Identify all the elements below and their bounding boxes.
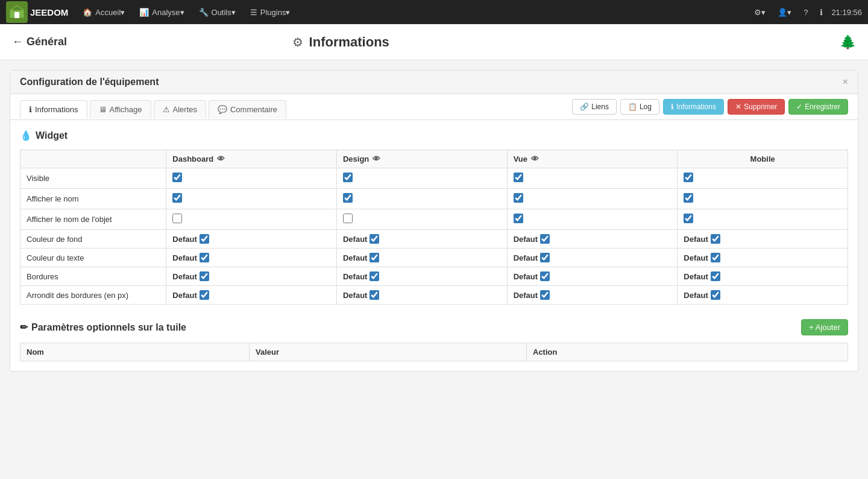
design-checkbox[interactable] xyxy=(343,214,353,223)
defaut-text: Defaut xyxy=(172,272,197,281)
defaut-checkbox[interactable] xyxy=(370,271,379,281)
logo-icon xyxy=(6,1,28,23)
equipment-card: Configuration de l'équipement × ℹ Inform… xyxy=(10,70,858,372)
row-vue-cell: Defaut xyxy=(507,267,678,286)
defaut-text: Defaut xyxy=(684,235,708,244)
defaut-text: Defaut xyxy=(514,253,538,262)
defaut-checkbox[interactable] xyxy=(711,271,720,281)
row-design-cell: Defaut xyxy=(336,249,507,267)
settings-icon[interactable]: ⚙▾ xyxy=(750,5,769,19)
gear-settings-icon[interactable]: ⚙ xyxy=(292,35,303,49)
brand-logo[interactable]: JEEDOM xyxy=(6,1,68,23)
mobile-checkbox[interactable] xyxy=(684,173,693,182)
defaut-checkbox[interactable] xyxy=(540,253,550,262)
row-mobile-cell xyxy=(678,168,848,189)
nav-analyse[interactable]: 📊 Analyse ▾ xyxy=(133,0,190,24)
comment-tab-icon: 💬 xyxy=(218,105,227,114)
tools-icon: 🔧 xyxy=(199,8,209,17)
defaut-text: Defaut xyxy=(172,253,197,262)
nav-outils[interactable]: 🔧 Outils ▾ xyxy=(193,0,242,24)
card-title: Configuration de l'équipement xyxy=(20,77,159,87)
col-label-header xyxy=(20,150,166,168)
defaut-checkbox[interactable] xyxy=(370,234,379,244)
table-row: Arrondit des bordures (en px) Defaut Def… xyxy=(20,286,848,305)
dashboard-checkbox[interactable] xyxy=(172,173,182,182)
page-header-center: ⚙ Informations xyxy=(292,34,389,50)
plugins-icon: ☰ xyxy=(250,8,257,17)
nav-accueil[interactable]: 🏠 Accueil ▾ xyxy=(77,0,131,24)
row-mobile-cell: Defaut xyxy=(678,267,848,286)
defaut-checkbox[interactable] xyxy=(711,234,720,244)
defaut-checkbox[interactable] xyxy=(540,234,550,244)
nav-plugins[interactable]: ☰ Plugins ▾ xyxy=(244,0,297,24)
defaut-checkbox[interactable] xyxy=(200,271,209,281)
vue-checkbox[interactable] xyxy=(514,214,523,223)
col-dashboard-header: Dashboard 👁 xyxy=(166,150,337,168)
defaut-checkbox[interactable] xyxy=(540,290,550,300)
table-row: Afficher le nom de l'objet xyxy=(20,209,848,230)
dashboard-eye-icon[interactable]: 👁 xyxy=(217,154,225,163)
row-dashboard-cell xyxy=(166,168,337,189)
liens-button[interactable]: 🔗 Liens xyxy=(572,99,617,115)
tab-alertes[interactable]: ⚠ Alertes xyxy=(154,100,206,118)
table-row: Bordures Defaut Defaut Defaut Defaut xyxy=(20,267,848,286)
vue-eye-icon[interactable]: 👁 xyxy=(531,154,539,163)
user-icon[interactable]: 👤▾ xyxy=(774,5,795,19)
defaut-checkbox[interactable] xyxy=(370,253,379,262)
design-eye-icon[interactable]: 👁 xyxy=(373,154,380,163)
row-dashboard-cell: Defaut xyxy=(166,286,337,305)
defaut-checkbox[interactable] xyxy=(200,290,209,300)
tab-affichage[interactable]: 🖥 Affichage xyxy=(90,100,151,118)
defaut-checkbox[interactable] xyxy=(370,290,379,300)
back-button[interactable]: ← Général xyxy=(12,36,67,48)
vue-checkbox[interactable] xyxy=(514,193,523,203)
log-button[interactable]: 📋 Log xyxy=(620,99,659,115)
row-design-cell: Defaut xyxy=(336,286,507,305)
widget-section-heading: 💧 Widget xyxy=(20,130,848,141)
defaut-checkbox[interactable] xyxy=(200,234,209,244)
drop-icon: 💧 xyxy=(20,130,32,141)
main-content: Configuration de l'équipement × ℹ Inform… xyxy=(0,60,868,381)
vue-checkbox[interactable] xyxy=(514,173,523,182)
col-valeur-header: Valeur xyxy=(250,343,527,361)
alerts-tab-icon: ⚠ xyxy=(163,105,170,114)
defaut-checkbox[interactable] xyxy=(540,271,550,281)
info-btn-icon: ℹ xyxy=(671,103,674,111)
defaut-text: Defaut xyxy=(172,291,197,300)
enregistrer-button[interactable]: ✓ Enregistrer xyxy=(788,99,848,115)
col-action-header: Action xyxy=(527,343,848,361)
svg-rect-1 xyxy=(14,12,19,18)
design-checkbox[interactable] xyxy=(343,193,353,203)
dashboard-checkbox[interactable] xyxy=(172,214,182,223)
defaut-checkbox[interactable] xyxy=(711,253,720,262)
informations-button[interactable]: ℹ Informations xyxy=(663,99,724,115)
defaut-checkbox[interactable] xyxy=(200,253,209,262)
help-icon[interactable]: ? xyxy=(800,5,811,19)
supprimer-button[interactable]: ✕ Supprimer xyxy=(728,99,785,115)
mobile-checkbox[interactable] xyxy=(684,214,693,223)
row-label: Visible xyxy=(20,168,166,189)
tree-icon[interactable]: 🌲 xyxy=(840,34,856,50)
ajouter-button[interactable]: + Ajouter xyxy=(801,319,848,335)
info-icon[interactable]: ℹ xyxy=(816,5,826,19)
dashboard-checkbox[interactable] xyxy=(172,193,182,203)
defaut-text: Defaut xyxy=(514,235,538,244)
close-card-button[interactable]: × xyxy=(843,77,848,87)
col-design-header: Design 👁 xyxy=(336,150,507,168)
defaut-text: Defaut xyxy=(514,272,538,281)
row-mobile-cell: Defaut xyxy=(678,286,848,305)
row-vue-cell xyxy=(507,168,678,189)
defaut-text: Defaut xyxy=(684,253,708,262)
row-dashboard-cell xyxy=(166,209,337,230)
row-dashboard-cell: Defaut xyxy=(166,249,337,267)
defaut-text: Defaut xyxy=(343,272,367,281)
row-design-cell xyxy=(336,168,507,189)
defaut-checkbox[interactable] xyxy=(711,290,720,300)
time-display: 21:19:56 xyxy=(831,8,862,17)
mobile-checkbox[interactable] xyxy=(684,193,693,203)
display-tab-icon: 🖥 xyxy=(99,105,107,114)
col-vue-header: Vue 👁 xyxy=(507,150,678,168)
tab-commentaire[interactable]: 💬 Commentaire xyxy=(209,100,286,118)
design-checkbox[interactable] xyxy=(343,173,353,182)
tab-informations[interactable]: ℹ Informations xyxy=(20,100,87,119)
